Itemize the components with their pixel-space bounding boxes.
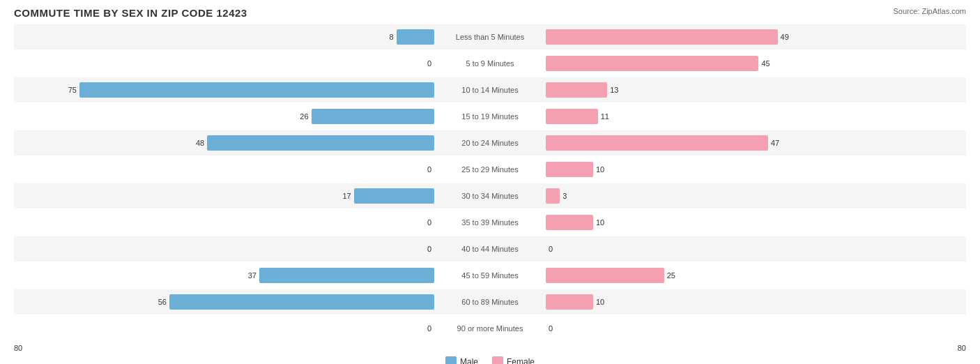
female-value: 11 xyxy=(601,112,609,121)
female-bar xyxy=(546,29,778,45)
axis-left: 80 xyxy=(14,344,22,352)
row-label: 60 to 89 Minutes xyxy=(461,298,518,306)
female-value: 0 xyxy=(549,324,553,333)
female-value: 49 xyxy=(781,33,789,41)
table-row: 40 to 44 Minutes00 xyxy=(14,236,966,261)
table-row: 90 or more Minutes00 xyxy=(14,316,966,341)
chart-title: COMMUTE TIME BY SEX IN ZIP CODE 12423 xyxy=(14,7,966,19)
male-value: 0 xyxy=(427,218,431,227)
row-label: 25 to 29 Minutes xyxy=(461,165,518,174)
table-row: 10 to 14 Minutes7513 xyxy=(14,77,966,103)
male-bar xyxy=(207,135,434,151)
legend: Male Female xyxy=(14,356,966,364)
male-value: 48 xyxy=(196,139,204,147)
male-value: 26 xyxy=(300,112,308,121)
row-label: 15 to 19 Minutes xyxy=(461,112,518,121)
table-row: 60 to 89 Minutes5610 xyxy=(14,289,966,314)
table-row: 20 to 24 Minutes4847 xyxy=(14,130,966,156)
female-value: 25 xyxy=(667,271,675,280)
table-row: 15 to 19 Minutes2611 xyxy=(14,104,966,129)
row-label: 20 to 24 Minutes xyxy=(461,139,518,147)
row-label: 45 to 59 Minutes xyxy=(461,271,518,280)
table-row: 30 to 34 Minutes173 xyxy=(14,183,966,208)
row-label: 35 to 39 Minutes xyxy=(461,218,518,227)
female-value: 10 xyxy=(596,218,604,227)
female-value: 13 xyxy=(610,86,618,94)
male-bar xyxy=(312,109,434,124)
male-value: 0 xyxy=(427,324,431,333)
table-row: Less than 5 Minutes849 xyxy=(14,24,966,50)
table-row: 5 to 9 Minutes045 xyxy=(14,51,966,76)
female-bar xyxy=(546,188,560,204)
male-value: 56 xyxy=(158,298,167,306)
table-row: 25 to 29 Minutes010 xyxy=(14,157,966,182)
female-value: 45 xyxy=(761,59,770,68)
female-bar xyxy=(546,109,598,124)
source-label: Source: ZipAtlas.com xyxy=(893,7,966,15)
axis-right: 80 xyxy=(958,344,966,352)
male-bar xyxy=(79,82,434,98)
axis-labels: 80 80 xyxy=(14,344,966,352)
male-value: 75 xyxy=(68,86,77,94)
male-value: 0 xyxy=(427,59,431,68)
male-color-box xyxy=(445,356,457,364)
female-value: 10 xyxy=(596,298,604,306)
male-bar xyxy=(397,29,434,45)
row-label: 10 to 14 Minutes xyxy=(461,86,518,94)
male-value: 17 xyxy=(342,192,351,200)
legend-male: Male xyxy=(445,356,478,364)
female-bar xyxy=(546,162,593,177)
female-bar xyxy=(546,135,768,151)
table-row: 45 to 59 Minutes3725 xyxy=(14,263,966,288)
female-value: 3 xyxy=(562,192,567,200)
row-label: 90 or more Minutes xyxy=(457,324,523,333)
female-bar xyxy=(546,215,593,230)
male-label: Male xyxy=(460,357,478,364)
chart-container: COMMUTE TIME BY SEX IN ZIP CODE 12423 So… xyxy=(0,0,980,364)
female-bar xyxy=(546,56,758,71)
male-value: 37 xyxy=(248,271,257,280)
male-bar xyxy=(169,294,434,310)
row-label: 40 to 44 Minutes xyxy=(461,245,518,253)
female-bar xyxy=(546,294,593,310)
row-label: 5 to 9 Minutes xyxy=(466,59,514,68)
female-bar xyxy=(546,82,607,98)
male-bar xyxy=(354,188,434,204)
row-label: Less than 5 Minutes xyxy=(456,33,524,41)
table-row: 35 to 39 Minutes010 xyxy=(14,210,966,235)
bars-area: Less than 5 Minutes8495 to 9 Minutes0451… xyxy=(14,24,966,341)
male-value: 8 xyxy=(390,33,394,41)
female-bar xyxy=(546,268,664,283)
female-value: 0 xyxy=(549,245,553,253)
male-bar xyxy=(259,268,434,283)
female-value: 10 xyxy=(596,165,604,174)
legend-female: Female xyxy=(492,356,535,364)
female-value: 47 xyxy=(771,139,779,147)
female-color-box xyxy=(492,356,503,364)
male-value: 0 xyxy=(427,245,431,253)
male-value: 0 xyxy=(427,165,431,174)
female-label: Female xyxy=(507,357,535,364)
row-label: 30 to 34 Minutes xyxy=(461,192,518,200)
